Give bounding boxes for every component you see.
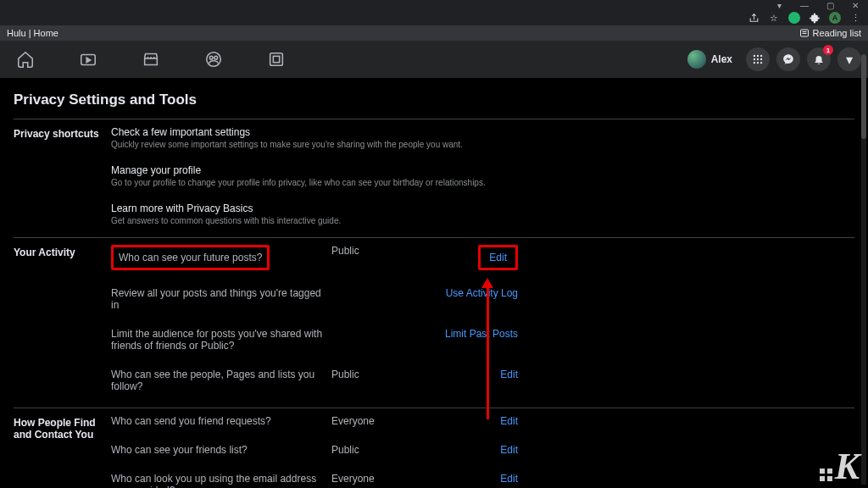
setting-row-future-posts: Who can see your future posts? Public Ed…	[111, 245, 518, 279]
reading-list-label: Reading list	[813, 28, 861, 38]
shortcut-check-settings[interactable]: Check a few important settings Quickly r…	[111, 126, 518, 149]
svg-point-16	[757, 62, 759, 64]
star-icon[interactable]: ☆	[768, 12, 780, 24]
setting-question: Who can see your future posts?	[111, 245, 331, 270]
shortcut-title: Check a few important settings	[111, 126, 518, 138]
marketplace-icon[interactable]	[141, 49, 161, 69]
setting-value: Public	[331, 369, 416, 380]
divider	[14, 119, 854, 119]
profile-name: Alex	[711, 53, 732, 65]
svg-rect-8	[273, 56, 279, 62]
svg-point-4	[207, 53, 221, 67]
setting-question: Who can send you friend requests?	[111, 415, 331, 427]
svg-point-12	[754, 58, 755, 60]
shortcut-title: Learn more with Privacy Basics	[111, 202, 518, 214]
section-find-contact: How People Find and Contact You Who can …	[14, 415, 854, 488]
svg-point-11	[760, 55, 762, 57]
section-privacy-shortcuts: Privacy shortcuts Check a few important …	[14, 126, 854, 230]
avatar	[687, 50, 706, 69]
extensions-icon[interactable]	[809, 12, 821, 24]
activity-log-link[interactable]: Use Activity Log	[446, 287, 518, 299]
section-label-find: How People Find and Contact You	[14, 415, 111, 441]
svg-point-15	[754, 62, 755, 64]
page-scrollbar[interactable]	[861, 54, 866, 485]
edit-link[interactable]: Edit	[500, 444, 518, 456]
setting-question: Limit the audience for posts you've shar…	[111, 328, 331, 352]
shortcut-desc: Quickly review some important settings t…	[111, 140, 518, 149]
setting-row-lookup-email: Who can look you up using the email addr…	[111, 464, 518, 488]
kebab-menu-icon[interactable]: ⋮	[849, 12, 861, 24]
setting-value: Public	[331, 444, 416, 456]
divider	[14, 408, 854, 408]
limit-past-posts-link[interactable]: Limit Past Posts	[445, 328, 518, 340]
setting-question: Who can see the people, Pages and lists …	[111, 369, 331, 392]
notification-badge: 1	[823, 45, 833, 55]
edit-link[interactable]: Edit	[500, 473, 518, 485]
setting-value: Public	[331, 245, 416, 257]
window-dropdown[interactable]: ▾	[766, 0, 792, 10]
topnav-tabs	[15, 49, 287, 69]
account-dropdown-icon[interactable]: ▾	[837, 47, 861, 71]
edit-link[interactable]: Edit	[500, 369, 518, 380]
window-titlebar: ▾ — ▢ ✕	[0, 0, 868, 10]
setting-row-friends-list: Who can see your friends list? Public Ed…	[111, 435, 518, 464]
highlight-box: Who can see your future posts?	[111, 245, 270, 270]
profile-avatar-icon[interactable]: A	[829, 12, 841, 24]
groups-icon[interactable]	[203, 49, 224, 69]
gaming-icon[interactable]	[266, 49, 287, 69]
window-close[interactable]: ✕	[843, 0, 868, 10]
setting-question: Review all your posts and things you're …	[111, 287, 331, 311]
browser-toolbar: ☆ A ⋮	[0, 10, 868, 25]
svg-rect-7	[270, 53, 283, 66]
window-maximize[interactable]: ▢	[817, 0, 843, 10]
messenger-icon[interactable]	[776, 47, 800, 71]
menu-grid-icon[interactable]	[746, 47, 770, 71]
home-icon[interactable]	[15, 49, 36, 69]
scrollbar-thumb[interactable]	[861, 54, 866, 139]
highlight-box: Edit	[478, 245, 518, 270]
svg-point-6	[214, 56, 218, 59]
svg-point-13	[757, 58, 759, 60]
setting-row-followed-lists: Who can see the people, Pages and lists …	[111, 360, 518, 401]
section-label-shortcuts: Privacy shortcuts	[14, 126, 111, 140]
setting-question: Who can look you up using the email addr…	[111, 473, 331, 488]
svg-point-5	[209, 56, 213, 59]
divider	[14, 237, 854, 238]
shortcut-desc: Go to your profile to change your profil…	[111, 178, 518, 187]
notifications-icon[interactable]: 1	[807, 47, 831, 71]
topnav-right: Alex 1 ▾	[681, 47, 861, 71]
settings-page: Privacy Settings and Tools Privacy short…	[0, 78, 868, 488]
svg-point-9	[754, 55, 755, 57]
reading-list-icon	[799, 28, 810, 38]
setting-value: Everyone	[331, 415, 416, 427]
setting-row-friend-requests: Who can send you friend requests? Everyo…	[111, 415, 518, 435]
watch-icon[interactable]	[78, 49, 98, 69]
window-minimize[interactable]: —	[792, 0, 817, 10]
reading-list-button[interactable]: Reading list	[793, 28, 868, 38]
profile-chip[interactable]: Alex	[681, 48, 739, 70]
setting-question: Who can see your friends list?	[111, 444, 331, 456]
facebook-topnav: Alex 1 ▾	[0, 41, 868, 78]
page-title: Privacy Settings and Tools	[14, 92, 854, 108]
section-label-activity: Your Activity	[14, 245, 111, 258]
svg-point-17	[760, 62, 762, 64]
bookmark-hulu[interactable]: Hulu | Home	[0, 26, 65, 40]
shortcut-manage-profile[interactable]: Manage your profile Go to your profile t…	[111, 164, 518, 187]
svg-point-14	[760, 58, 762, 60]
shortcut-desc: Get answers to common questions with thi…	[111, 216, 518, 225]
setting-row-limit-audience: Limit the audience for posts you've shar…	[111, 319, 518, 360]
section-your-activity: Your Activity Who can see your future po…	[14, 245, 854, 401]
edit-link[interactable]: Edit	[489, 252, 507, 263]
bookmarks-bar: Hulu | Home Reading list	[0, 25, 868, 41]
setting-row-review-posts: Review all your posts and things you're …	[111, 279, 518, 319]
share-icon[interactable]	[748, 12, 760, 24]
extension-1-icon[interactable]	[788, 12, 800, 24]
svg-point-10	[757, 55, 759, 57]
shortcut-title: Manage your profile	[111, 164, 518, 176]
edit-link[interactable]: Edit	[500, 415, 518, 427]
shortcut-privacy-basics[interactable]: Learn more with Privacy Basics Get answe…	[111, 202, 518, 225]
setting-value: Everyone	[331, 473, 416, 485]
